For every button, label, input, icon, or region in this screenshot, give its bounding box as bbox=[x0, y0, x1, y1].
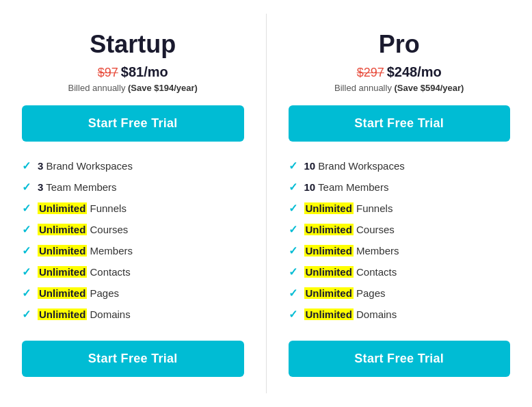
check-icon: ✓ bbox=[22, 265, 31, 278]
feature-text: Unlimited Courses bbox=[304, 224, 395, 235]
feature-text: Unlimited Domains bbox=[304, 308, 397, 320]
features-list-pro: ✓10 Brand Workspaces✓10 Team Members✓Unl… bbox=[289, 155, 511, 327]
feature-text: 10 Team Members bbox=[304, 181, 389, 193]
list-item: ✓3 Brand Workspaces bbox=[22, 155, 244, 176]
feature-bold: 10 bbox=[304, 181, 316, 193]
feature-text: Unlimited Courses bbox=[38, 224, 128, 235]
billing-note-pro: Billed annually (Save $594/year) bbox=[289, 83, 511, 93]
feature-bold: Unlimited bbox=[38, 308, 87, 320]
feature-text: Unlimited Contacts bbox=[38, 266, 131, 278]
feature-bold: Unlimited bbox=[304, 308, 354, 320]
original-price-pro: $297 bbox=[357, 66, 384, 79]
check-icon: ✓ bbox=[289, 159, 297, 172]
check-icon: ✓ bbox=[289, 202, 297, 215]
check-icon: ✓ bbox=[22, 202, 31, 215]
pricing-container: Startup$97$81/moBilled annually (Save $1… bbox=[0, 0, 532, 407]
feature-text: 10 Brand Workspaces bbox=[304, 160, 405, 172]
feature-text: Unlimited Funnels bbox=[38, 202, 127, 214]
check-icon: ✓ bbox=[289, 265, 297, 278]
list-item: ✓Unlimited Domains bbox=[289, 304, 511, 325]
feature-text: Unlimited Members bbox=[304, 245, 399, 257]
check-icon: ✓ bbox=[289, 223, 297, 236]
feature-bold: Unlimited bbox=[304, 202, 354, 214]
plan-pricing-startup: $97$81/mo bbox=[22, 64, 244, 80]
list-item: ✓Unlimited Contacts bbox=[289, 261, 511, 283]
feature-text: Unlimited Pages bbox=[38, 287, 119, 299]
check-icon: ✓ bbox=[22, 287, 31, 300]
plan-card-startup: Startup$97$81/moBilled annually (Save $1… bbox=[0, 14, 267, 393]
cta-button-top-pro[interactable]: Start Free Trial bbox=[289, 105, 511, 142]
check-icon: ✓ bbox=[22, 223, 31, 236]
current-price-startup: $81/mo bbox=[121, 64, 168, 79]
plan-pricing-pro: $297$248/mo bbox=[289, 64, 511, 80]
list-item: ✓Unlimited Courses bbox=[22, 219, 244, 240]
check-icon: ✓ bbox=[22, 159, 31, 172]
feature-text: 3 Team Members bbox=[38, 181, 117, 193]
feature-text: Unlimited Members bbox=[38, 245, 133, 257]
list-item: ✓10 Brand Workspaces bbox=[289, 155, 511, 176]
feature-bold: Unlimited bbox=[38, 287, 87, 299]
plan-card-pro: Pro$297$248/moBilled annually (Save $594… bbox=[267, 14, 533, 393]
feature-bold: Unlimited bbox=[38, 202, 87, 214]
billing-note-startup: Billed annually (Save $194/year) bbox=[22, 83, 244, 93]
check-icon: ✓ bbox=[22, 244, 31, 257]
current-price-pro: $248/mo bbox=[387, 64, 442, 79]
feature-bold: Unlimited bbox=[38, 266, 87, 278]
list-item: ✓Unlimited Domains bbox=[22, 304, 244, 325]
check-icon: ✓ bbox=[22, 308, 31, 321]
plan-title-startup: Startup bbox=[22, 30, 244, 59]
feature-bold: Unlimited bbox=[38, 224, 87, 235]
cta-button-top-startup[interactable]: Start Free Trial bbox=[22, 105, 244, 142]
feature-text: Unlimited Contacts bbox=[304, 266, 397, 278]
check-icon: ✓ bbox=[289, 287, 297, 300]
cta-button-bottom-startup[interactable]: Start Free Trial bbox=[22, 341, 244, 377]
list-item: ✓Unlimited Members bbox=[289, 240, 511, 261]
feature-bold: 3 bbox=[38, 181, 43, 193]
feature-text: Unlimited Domains bbox=[38, 308, 131, 320]
feature-text: 3 Brand Workspaces bbox=[38, 160, 133, 172]
check-icon: ✓ bbox=[289, 244, 297, 257]
check-icon: ✓ bbox=[289, 181, 297, 194]
list-item: ✓Unlimited Members bbox=[22, 240, 244, 261]
cta-button-bottom-pro[interactable]: Start Free Trial bbox=[289, 341, 511, 377]
feature-bold: Unlimited bbox=[304, 224, 354, 235]
feature-bold: Unlimited bbox=[38, 245, 87, 257]
list-item: ✓Unlimited Contacts bbox=[22, 261, 244, 283]
list-item: ✓3 Team Members bbox=[22, 176, 244, 198]
feature-bold: Unlimited bbox=[304, 287, 354, 299]
list-item: ✓Unlimited Funnels bbox=[289, 198, 511, 219]
plan-title-pro: Pro bbox=[289, 30, 511, 59]
list-item: ✓Unlimited Pages bbox=[289, 283, 511, 304]
original-price-startup: $97 bbox=[98, 66, 118, 79]
check-icon: ✓ bbox=[22, 181, 31, 194]
list-item: ✓Unlimited Pages bbox=[22, 283, 244, 304]
feature-bold: 10 bbox=[304, 160, 316, 172]
list-item: ✓10 Team Members bbox=[289, 176, 511, 198]
feature-text: Unlimited Funnels bbox=[304, 202, 393, 214]
feature-bold: Unlimited bbox=[304, 245, 354, 257]
check-icon: ✓ bbox=[289, 308, 297, 321]
list-item: ✓Unlimited Courses bbox=[289, 219, 511, 240]
feature-bold: Unlimited bbox=[304, 266, 354, 278]
features-list-startup: ✓3 Brand Workspaces✓3 Team Members✓Unlim… bbox=[22, 155, 244, 327]
list-item: ✓Unlimited Funnels bbox=[22, 198, 244, 219]
feature-text: Unlimited Pages bbox=[304, 287, 386, 299]
feature-bold: 3 bbox=[38, 160, 43, 172]
